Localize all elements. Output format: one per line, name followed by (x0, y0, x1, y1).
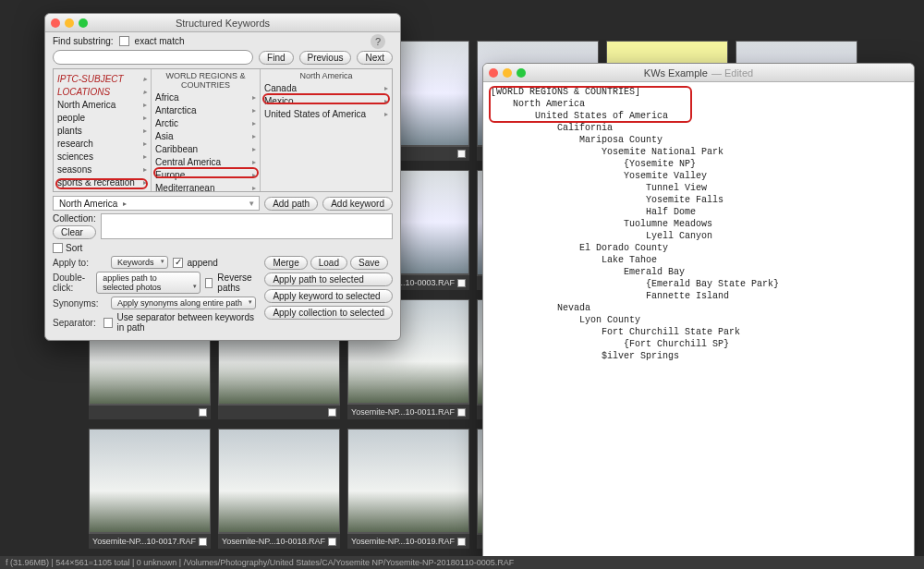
status-bar: f (31.96MB) | 544×561=1105 total | 0 unk… (0, 556, 924, 569)
search-input[interactable] (53, 50, 253, 65)
keyword-column-1: IPTC-SUBJECT▸LOCATIONS▸North America▸peo… (54, 69, 152, 191)
apply-path-button[interactable]: Apply path to selected (264, 272, 393, 286)
save-button[interactable]: Save (350, 256, 388, 270)
text-editor-window: KWs Example — Edited [WORLD REGIONS & CO… (482, 63, 915, 562)
next-button[interactable]: Next (357, 51, 393, 65)
keyword-item[interactable]: North America▸ (54, 99, 151, 112)
keyword-item[interactable]: Antarctica▸ (152, 104, 260, 117)
collection-box[interactable] (101, 213, 393, 239)
append-checkbox[interactable]: ✓ (173, 258, 183, 268)
add-path-button[interactable]: Add path (264, 197, 318, 211)
keyword-item[interactable]: Africa▸ (152, 91, 260, 104)
add-keyword-button[interactable]: Add keyword (322, 197, 393, 211)
window-title: Structured Keywords (176, 18, 270, 29)
keyword-item[interactable]: Europe▸ (152, 169, 260, 182)
keyword-item[interactable]: Central America▸ (152, 156, 260, 169)
synonyms-select[interactable]: Apply synonyms along entire path (111, 297, 256, 309)
merge-button[interactable]: Merge (264, 256, 307, 270)
reverse-paths-checkbox[interactable] (205, 278, 213, 288)
keyword-item[interactable]: Mexico▸ (261, 95, 392, 108)
keyword-item[interactable]: Canada▸ (261, 82, 392, 95)
clear-button[interactable]: Clear (53, 225, 96, 239)
help-icon[interactable]: ? (371, 34, 385, 49)
keyword-item[interactable]: Asia▸ (152, 130, 260, 143)
keyword-item[interactable]: sports & recreation▸ (54, 176, 151, 189)
thumbnail[interactable]: Yosemite-NP...10-0017.RAF (89, 429, 211, 549)
thumbnail-checkbox[interactable] (457, 408, 466, 417)
zoom-icon[interactable] (79, 18, 88, 28)
zoom-icon[interactable] (517, 68, 526, 78)
exact-match-checkbox[interactable] (119, 36, 129, 46)
thumbnail-checkbox[interactable] (457, 538, 466, 546)
sort-checkbox[interactable] (53, 243, 63, 253)
keyword-item[interactable]: research▸ (54, 138, 151, 151)
keyword-item[interactable]: IPTC-SUBJECT▸ (54, 73, 151, 86)
keyword-item[interactable]: Caribbean▸ (152, 143, 260, 156)
keyword-column-3: North America Canada▸Mexico▸United State… (261, 69, 392, 191)
thumbnail-label: Yosemite-NP...10-0018.RAF (222, 537, 325, 546)
keyword-item[interactable]: plants▸ (54, 125, 151, 138)
keyword-item[interactable]: sciences▸ (54, 151, 151, 163)
load-button[interactable]: Load (310, 256, 347, 270)
keyword-item[interactable]: seasons▸ (54, 163, 151, 176)
double-click-select[interactable]: applies path to selected photos (96, 272, 201, 294)
apply-to-select[interactable]: Keywords (111, 256, 168, 269)
close-icon[interactable] (51, 18, 60, 28)
text-content[interactable]: [WORLD REGIONS & COUNTRIES] North Americ… (483, 82, 914, 366)
keyword-item[interactable]: people▸ (54, 112, 151, 125)
thumbnail-label: Yosemite-NP...10-0011.RAF (351, 407, 455, 417)
thumbnail-checkbox[interactable] (199, 538, 207, 546)
thumbnail-checkbox[interactable] (328, 408, 336, 417)
thumbnail-checkbox[interactable] (328, 538, 336, 546)
window-title: KWs Example (644, 67, 708, 79)
keyword-column-2: WORLD REGIONS & COUNTRIES Africa▸Antarct… (152, 69, 261, 191)
thumbnail-checkbox[interactable] (199, 408, 207, 417)
keyword-item[interactable]: Arctic▸ (152, 117, 260, 130)
close-icon[interactable] (489, 68, 498, 78)
minimize-icon[interactable] (503, 68, 512, 78)
thumbnail[interactable]: Yosemite-NP...10-0019.RAF (347, 429, 469, 549)
structured-keywords-window: Structured Keywords Find substring: exac… (44, 13, 401, 341)
window-titlebar[interactable]: Structured Keywords (45, 14, 400, 32)
thumbnail[interactable]: Yosemite-NP...10-0018.RAF (218, 429, 340, 549)
keyword-item[interactable]: United States of America▸ (261, 108, 392, 121)
exact-match-label: exact match (135, 36, 185, 46)
thumbnail-checkbox[interactable] (457, 150, 466, 158)
path-field[interactable]: North America ▸ ▼ (53, 196, 260, 211)
thumbnail-checkbox[interactable] (457, 279, 466, 287)
thumbnail-label: Yosemite-NP...10-0017.RAF (92, 537, 196, 546)
apply-keyword-button[interactable]: Apply keyword to selected (264, 289, 393, 303)
previous-button[interactable]: Previous (299, 51, 352, 65)
find-label: Find substring: (53, 36, 114, 46)
separator-checkbox[interactable] (103, 318, 113, 328)
minimize-icon[interactable] (65, 18, 74, 28)
keyword-item[interactable]: Mediterranean▸ (152, 182, 260, 191)
keyword-item[interactable]: TIME OF DAY▸ (54, 189, 151, 191)
window-titlebar[interactable]: KWs Example — Edited (483, 64, 914, 82)
find-button[interactable]: Find (259, 51, 293, 65)
sort-label: Sort (66, 243, 82, 253)
collection-label: Collection: (53, 213, 96, 224)
chevron-right-icon: ▸ (123, 200, 127, 208)
keyword-item[interactable]: LOCATIONS▸ (54, 86, 151, 99)
thumbnail-label: Yosemite-NP...10-0019.RAF (351, 537, 455, 546)
apply-collection-button[interactable]: Apply collection to selected (264, 306, 393, 320)
modified-indicator: — Edited (711, 67, 753, 79)
